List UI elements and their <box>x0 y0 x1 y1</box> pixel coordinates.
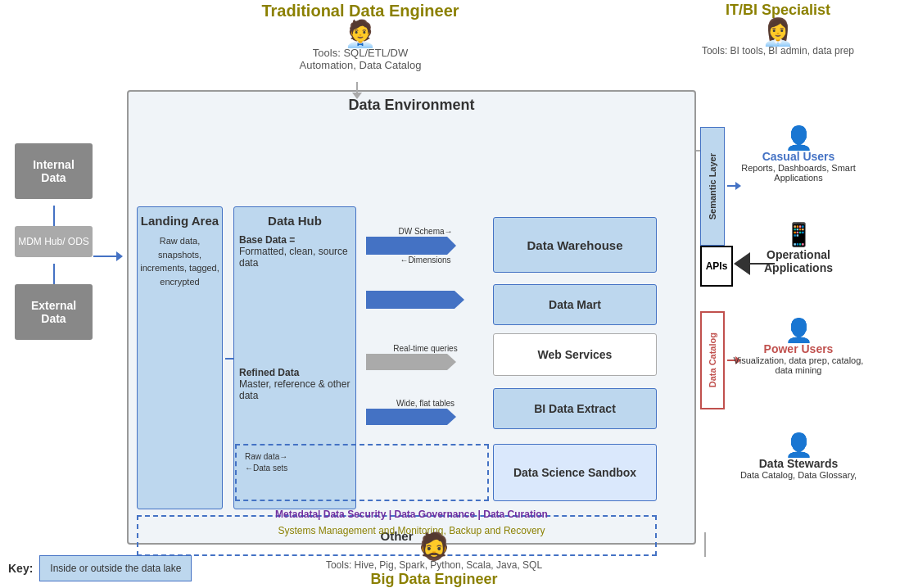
raw-data-label: Raw data→ <box>245 452 287 461</box>
landing-title: Landing Area <box>141 214 219 228</box>
arrow-tde-down-head <box>352 93 362 99</box>
persona-casual-users: 👤 Casual Users Reports, Dashboards, Smar… <box>733 127 864 183</box>
data-catalog-bar: Data Catalog <box>700 311 725 409</box>
metadata-bar: Metadata| Data Security | Data Governanc… <box>129 509 694 520</box>
ws-arrow <box>366 354 485 370</box>
arrow-ws-region: Real-time queries <box>366 344 485 370</box>
data-warehouse-box: Data Warehouse <box>493 217 657 273</box>
web-services-box: Web Services <box>493 333 657 376</box>
data-stewards-name: Data Stewards <box>733 457 864 470</box>
persona-data-stewards: 👤 Data Stewards Data Catalog, Data Gloss… <box>733 434 864 480</box>
key-inside-outside: Inside or outside the data lake <box>39 555 192 581</box>
data-catalog-label: Data Catalog <box>708 332 717 387</box>
external-data-box: External Data <box>15 284 93 340</box>
dimensions-label: ←Dimensions <box>366 256 485 265</box>
itbi-name: IT/BI Specialist <box>696 2 860 19</box>
key-label: Key: <box>8 562 33 575</box>
persona-itbi: IT/BI Specialist 👩‍💼 Tools: BI tools, BI… <box>696 2 860 57</box>
tde-name: Traditional Data Engineer <box>246 2 475 20</box>
dw-arrow <box>366 237 485 255</box>
arrow-dw-region: DW Schema→ ←Dimensions <box>366 227 485 265</box>
dss-dashed-region: Raw data→ ←Data sets <box>235 444 489 501</box>
data-hub-title: Data Hub <box>239 214 350 228</box>
tde-tools-1: Tools: SQL/ETL/DW <box>246 47 475 59</box>
wide-flat-label: Wide, flat tables <box>366 399 485 408</box>
apis-box: APIs <box>700 246 733 287</box>
data-stewards-desc: Data Catalog, Data Glossary, <box>733 470 864 480</box>
data-hub-refined: Refined Data Master, reference & other d… <box>239 367 350 401</box>
semantic-layer-label: Semantic Layer <box>708 153 717 219</box>
arrow-bi-region: Wide, flat tables <box>366 399 485 425</box>
data-sets-label: ←Data sets <box>245 464 287 473</box>
diagram-container: Traditional Data Engineer 🧑‍💼 Tools: SQL… <box>0 0 909 588</box>
power-users-icon: 👤 <box>733 319 864 342</box>
semantic-layer: Semantic Layer <box>700 127 725 246</box>
tde-tools-2: Automation, Data Catalog <box>246 59 475 71</box>
itbi-tools: Tools: BI tools, BI admin, data prep <box>696 45 860 57</box>
vertical-line-right <box>704 532 706 557</box>
bde-icon: 🧔 <box>319 533 549 559</box>
bi-data-extract-box: BI Data Extract <box>493 388 657 429</box>
arrow-dm <box>366 291 485 309</box>
bde-name: Big Data Engineer <box>319 571 549 588</box>
casual-users-icon: 👤 <box>733 127 864 150</box>
power-users-name: Power Users <box>733 342 864 355</box>
dw-schema-label: DW Schema→ <box>366 227 485 236</box>
mdm-box: MDM Hub/ ODS <box>15 226 93 257</box>
power-users-desc: Visualization, data prep, catalog, data … <box>733 355 864 375</box>
arrow-mdm-down <box>53 264 55 284</box>
bi-arrow <box>366 409 485 425</box>
left-data-section: Internal Data MDM Hub/ ODS External Data <box>15 143 93 346</box>
key-area: Key: Inside or outside the data lake <box>8 555 192 581</box>
bde-tools: Tools: Hive, Pig, Spark, Python, Scala, … <box>319 559 549 571</box>
landing-desc: Raw data, snapshots, increments, tagged,… <box>138 234 222 288</box>
casual-users-name: Casual Users <box>733 150 864 163</box>
op-apps-icon: 📱 <box>733 221 864 248</box>
casual-users-desc: Reports, Dashboards, Smart Applications <box>733 163 864 183</box>
data-science-sandbox-box: Data Science Sandbox <box>493 444 657 501</box>
data-mart-box: Data Mart <box>493 284 657 325</box>
op-apps-name: Operational Applications <box>733 248 864 274</box>
arrow-to-landing <box>93 251 123 261</box>
data-env-title: Data Environment <box>129 92 694 117</box>
data-stewards-icon: 👤 <box>733 434 864 457</box>
tde-icon: 🧑‍💼 <box>246 20 475 47</box>
internal-data-box: Internal Data <box>15 143 93 199</box>
persona-power-users: 👤 Power Users Visualization, data prep, … <box>733 319 864 375</box>
data-env-box: Data Environment Landing Area Raw data, … <box>127 90 696 545</box>
persona-tde: Traditional Data Engineer 🧑‍💼 Tools: SQL… <box>246 2 475 71</box>
apis-label: APIs <box>706 260 728 272</box>
itbi-icon: 👩‍💼 <box>696 19 860 45</box>
landing-area: Landing Area Raw data, snapshots, increm… <box>137 206 223 509</box>
data-hub-base: Base Data = Formatted, clean, source dat… <box>239 234 350 269</box>
real-time-label: Real-time queries <box>366 344 485 353</box>
bde-area: 🧔 Tools: Hive, Pig, Spark, Python, Scala… <box>319 533 549 588</box>
persona-op-apps: 📱 Operational Applications <box>733 221 864 274</box>
arrow-internal-down <box>53 206 55 226</box>
arrow-semantic-casual <box>727 182 741 190</box>
